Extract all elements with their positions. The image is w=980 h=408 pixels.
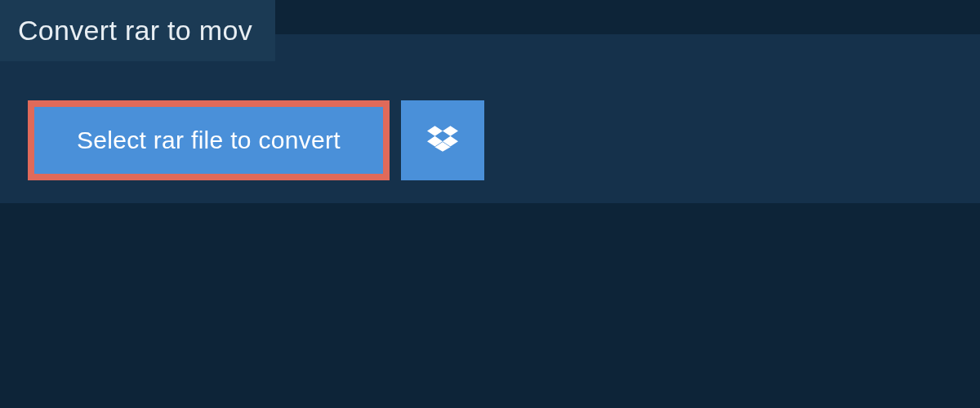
tab-convert[interactable]: Convert rar to mov <box>0 0 275 61</box>
dropbox-button[interactable] <box>401 100 484 180</box>
select-file-label: Select rar file to convert <box>77 126 341 154</box>
action-row: Select rar file to convert <box>0 78 980 180</box>
dropbox-icon <box>427 123 458 157</box>
select-file-button[interactable]: Select rar file to convert <box>28 100 390 180</box>
converter-panel: Convert rar to mov Select rar file to co… <box>0 34 980 203</box>
tab-title: Convert rar to mov <box>18 15 252 46</box>
